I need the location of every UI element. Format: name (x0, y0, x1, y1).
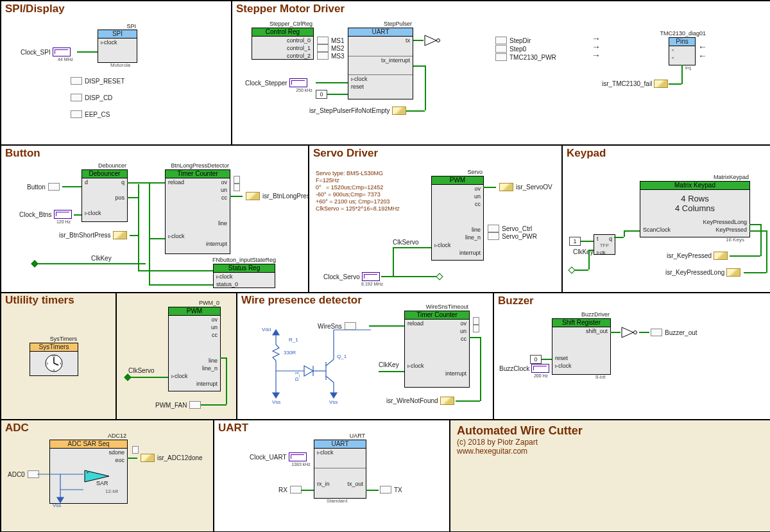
pin-icon (473, 325, 479, 332)
wire (766, 230, 767, 273)
port: un (211, 323, 218, 331)
isr-icon (392, 107, 406, 115)
wire (749, 224, 761, 225)
clk-label: Clock_UART (250, 454, 287, 461)
port: reset (351, 83, 364, 90)
pin-label: EEP_CS (85, 111, 110, 118)
svg-line-17 (326, 359, 334, 366)
pin: PWM_FAN (155, 401, 201, 409)
panel-stepper: Stepper Motor Driver Stepper_CtrlReg Con… (232, 1, 770, 145)
isr-icon (113, 231, 127, 239)
wire (413, 40, 424, 41)
rows: 4 Rows (640, 190, 749, 203)
pin-icon (495, 37, 507, 44)
wire (749, 230, 767, 232)
wire (37, 263, 146, 264)
port: control_1 (287, 44, 311, 52)
svg-point-26 (634, 331, 637, 334)
wire (483, 187, 496, 188)
keys-label: 16 Keys (726, 237, 744, 243)
cmp-statusreg: Status Reg ▹clock status_0 (213, 264, 275, 288)
vss: Vss (272, 399, 280, 405)
pin: MS2 (317, 44, 345, 52)
clock-icon (53, 47, 71, 56)
isr-icon (654, 80, 668, 88)
wire (327, 94, 348, 95)
port: irq (685, 65, 691, 71)
cmp-tff: tq TFF ▹clk (594, 234, 615, 255)
cmp-hdr: Control Reg (252, 28, 313, 37)
inst: UART (314, 433, 365, 439)
pin-label: MS2 (331, 45, 345, 52)
panel-title: Utlility timers (5, 295, 74, 306)
one: 1 (569, 237, 581, 246)
clock-uart: Clock_UART (250, 452, 307, 461)
analog-snippet (257, 322, 372, 406)
vss: Vss (53, 502, 61, 508)
port: line (472, 226, 481, 234)
pin (234, 176, 243, 184)
pin: TX (380, 486, 402, 493)
wire (669, 83, 681, 85)
port: rx_in (317, 480, 330, 488)
pin: WireSns (318, 322, 356, 330)
q1: Q_1 (337, 354, 346, 359)
wire (610, 332, 620, 333)
cmp-hdr: PWM (169, 307, 220, 316)
pin: Button (27, 183, 60, 191)
arrow-icon: → (592, 35, 601, 42)
cmp-hdr: UART (314, 440, 366, 449)
cmp-hdr: SPI (98, 30, 137, 39)
pin: StepDir (495, 37, 531, 44)
pin-label: Buzzer_out (665, 329, 697, 336)
isr-label: isr_KeyPressed (667, 252, 712, 259)
port: status_0 (216, 280, 238, 288)
port: reload (168, 178, 184, 186)
cmp-hdr: Shift Register (552, 319, 610, 327)
svg-line-18 (326, 376, 334, 382)
clkrate: 44 MHz (56, 57, 75, 62)
port: un (460, 327, 466, 335)
clock-btns: Clock_Btns (19, 210, 72, 219)
wire (201, 404, 227, 406)
port: ov (221, 178, 227, 186)
pin-icon (71, 94, 82, 101)
port: clock (558, 363, 572, 369)
clock-icon (289, 452, 307, 461)
port: line (209, 357, 218, 365)
panel-title: Button (5, 147, 40, 160)
panel-button: Button Button Debouncer Debouncer dq pos… (1, 145, 309, 293)
port: tx_out (347, 480, 363, 488)
isr: isr_KeyPressed (667, 252, 728, 260)
port: q (609, 235, 612, 243)
wire (744, 272, 766, 273)
port: clock (88, 210, 101, 216)
project-title: Automated Wire Cutter (457, 424, 583, 438)
panel-servo: Servo Driver Servo type: BMS-L530MG F=12… (309, 145, 562, 293)
zero: 0 (530, 355, 542, 364)
pin-label: StepDir (509, 37, 531, 44)
wire (425, 65, 426, 110)
port: t (597, 235, 599, 243)
net-label: ClkServo (128, 367, 155, 374)
svg-marker-25 (622, 327, 633, 338)
bits: 8-bit (595, 374, 606, 380)
port: ScanClock (643, 226, 671, 234)
cmp-shiftreg: Shift Register shift_out reset ▹clock (552, 318, 611, 375)
cmp-tc: Timer Counter reloadov un cc ▹clock inte… (404, 311, 470, 388)
port: cc (475, 200, 481, 208)
port: clock (219, 273, 233, 280)
clock-icon (289, 78, 307, 87)
svg-text:12: 12 (53, 355, 56, 358)
pin-icon (488, 225, 499, 232)
wire (730, 255, 760, 257)
pin (234, 184, 243, 191)
pin: MS1 (317, 37, 345, 44)
pin: Servo_Ctrl (488, 225, 532, 232)
wire (149, 284, 213, 286)
inst: SPI (98, 23, 136, 30)
pin-label: DISP_RESET (85, 78, 124, 85)
panel-title: SPI/Display (5, 3, 65, 15)
cmp-matrix-keypad: Matrix Keypad 4 Rows 4 Columns KeyPresse… (640, 181, 750, 237)
clkrate: 200 Hz (531, 373, 551, 378)
